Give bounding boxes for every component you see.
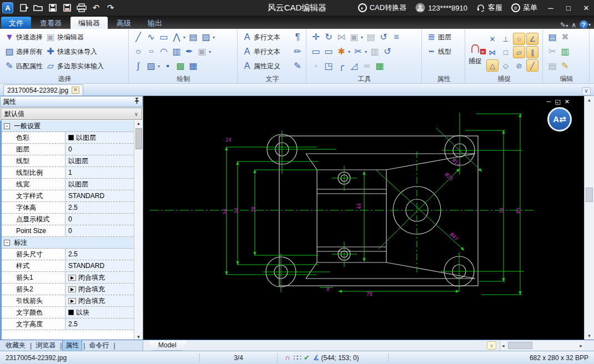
scale-button[interactable]: ◳ bbox=[323, 62, 335, 70]
property-value[interactable]: 以块 bbox=[66, 307, 134, 318]
snap-x-icon[interactable]: ✕ bbox=[486, 33, 499, 45]
scroll-left-icon[interactable]: ◂ bbox=[502, 343, 505, 348]
property-row[interactable]: 线型以图层 bbox=[2, 155, 134, 167]
property-row[interactable]: 点显示模式0 bbox=[2, 214, 134, 225]
fillet-button[interactable]: ╭ bbox=[335, 62, 348, 70]
snap-parallel-icon[interactable]: ∥ bbox=[526, 46, 538, 58]
dropdown-arrow-icon[interactable]: ▾ bbox=[183, 35, 185, 40]
snap-nearest-icon[interactable]: ╱ bbox=[526, 59, 538, 72]
line-button[interactable]: ╱ bbox=[132, 33, 144, 42]
snap-square-icon[interactable]: □ bbox=[500, 46, 512, 58]
property-row[interactable]: 文字样式STANDARD bbox=[2, 190, 134, 202]
property-value[interactable]: 0 bbox=[66, 144, 134, 155]
move-button[interactable]: ✛ bbox=[310, 33, 322, 42]
group-button[interactable]: ∞ bbox=[361, 62, 373, 70]
pen-button[interactable]: ✒ bbox=[183, 47, 195, 56]
copy-stack-button[interactable]: ▤ bbox=[365, 33, 377, 42]
snap-intersection-icon[interactable]: ⋈ bbox=[486, 46, 499, 58]
redo-button[interactable]: ↷ bbox=[103, 2, 118, 14]
offset-button[interactable]: ≡ bbox=[390, 33, 402, 42]
duplicate-button[interactable]: ▣▾ bbox=[196, 47, 212, 56]
menu-button[interactable]: ≡ 菜单 bbox=[508, 3, 541, 13]
account-button[interactable]: 123****8910 bbox=[412, 3, 471, 13]
snap-tangent-icon[interactable]: ⊘ bbox=[513, 59, 525, 72]
grid-status-icon[interactable]: ∷∷ bbox=[293, 353, 300, 362]
scale-small-button[interactable]: ▫ bbox=[310, 62, 322, 70]
property-section[interactable]: −一般设置 bbox=[2, 120, 134, 132]
collapse-commandline-button[interactable]: ∨ bbox=[487, 341, 496, 350]
property-row[interactable]: 图层0 bbox=[2, 144, 134, 155]
menu-tab-高级[interactable]: 高级 bbox=[109, 17, 139, 29]
snap-perpendicular-icon[interactable]: ⊥ bbox=[500, 33, 512, 45]
copy-button[interactable]: ▥ bbox=[369, 47, 381, 56]
property-value[interactable]: STANDARD bbox=[66, 190, 134, 201]
menu-tab-输出[interactable]: 输出 bbox=[140, 17, 170, 29]
tab-list-chevron[interactable]: ∨ bbox=[582, 87, 591, 95]
scroll-right-icon[interactable]: ▸ bbox=[580, 343, 582, 348]
menu-tab-编辑器[interactable]: 编辑器 bbox=[71, 17, 108, 29]
property-row[interactable]: 箭头尺寸2.5 bbox=[2, 249, 134, 260]
dropdown-arrow-icon[interactable]: ▾ bbox=[158, 64, 160, 69]
table-button[interactable]: ▦ bbox=[187, 62, 199, 70]
spline-button[interactable]: ∫ bbox=[132, 62, 144, 70]
preset-dropdown[interactable]: 默认值 ∨ bbox=[1, 108, 142, 120]
snap-center-icon[interactable]: ○ bbox=[513, 33, 525, 45]
customer-service-button[interactable]: 客服 bbox=[473, 3, 506, 13]
pin-icon[interactable] bbox=[134, 98, 140, 106]
dropdown-arrow-icon[interactable]: ▾ bbox=[209, 49, 211, 54]
property-row[interactable]: 线型比例1 bbox=[2, 167, 134, 179]
scrollbar-thumb[interactable] bbox=[586, 188, 593, 202]
property-row[interactable]: 样式STANDARD bbox=[2, 260, 134, 272]
snap-angle-icon[interactable]: ∠ bbox=[526, 33, 538, 45]
copy-time-button[interactable]: ↺ bbox=[377, 33, 390, 42]
insert-block-button[interactable]: ▤ bbox=[187, 33, 199, 42]
snap-polygon-icon[interactable]: ▱ bbox=[513, 46, 525, 58]
delete-button[interactable]: ✖ bbox=[559, 33, 571, 42]
app-icon[interactable]: A bbox=[2, 2, 13, 13]
property-value[interactable]: 0 bbox=[66, 214, 134, 225]
scroll-down-icon[interactable]: ▾ bbox=[588, 333, 591, 338]
property-row[interactable]: 箭头1▶闭合填充 bbox=[2, 272, 134, 284]
hatch-button[interactable]: ▨▾ bbox=[145, 62, 161, 70]
property-row[interactable]: 箭头2▶闭合填充 bbox=[2, 284, 134, 295]
box-b-button[interactable]: ▭ bbox=[323, 47, 335, 56]
canvas-minimize-icon[interactable]: ─ bbox=[547, 98, 551, 105]
osnap-status-icon[interactable]: ✔ bbox=[304, 353, 310, 362]
rotate-button[interactable]: ↻ bbox=[323, 33, 335, 42]
paste-special-button[interactable]: ▥ bbox=[559, 47, 571, 56]
box-a-button[interactable]: ▭ bbox=[310, 47, 322, 56]
panel-tab-属性[interactable]: 属性 bbox=[62, 340, 82, 351]
sketch-button[interactable]: ∿ bbox=[145, 33, 157, 42]
viewport-button[interactable]: ▣▾ bbox=[348, 33, 364, 42]
rectangle-button[interactable]: ▭ bbox=[158, 33, 170, 42]
property-value[interactable]: 2.5 bbox=[66, 249, 134, 260]
snap-toggle-button[interactable]: ∩✕捕捉 bbox=[469, 39, 482, 66]
snap-triangle-icon[interactable]: △ bbox=[486, 59, 499, 72]
property-value[interactable]: 2.5 bbox=[66, 318, 134, 330]
property-value[interactable]: ▶闭合填充 bbox=[66, 284, 134, 295]
dropdown-arrow-icon[interactable]: ▾ bbox=[348, 49, 350, 54]
ellipse-button[interactable]: ○ bbox=[145, 47, 157, 56]
canvas-close-icon[interactable]: ✕ bbox=[565, 98, 570, 105]
dropdown-arrow-icon[interactable]: ▾ bbox=[213, 35, 215, 40]
text-block-button[interactable]: ▥ bbox=[170, 47, 183, 56]
trim-button[interactable]: ✂▾ bbox=[352, 47, 368, 56]
drawing-canvas[interactable]: 34242024447485Ø25Ø47Ø13870 ─ ◱ ✕ A⇄ bbox=[143, 96, 584, 340]
cut-button[interactable]: ✂ bbox=[546, 47, 558, 56]
text-edit-button[interactable]: ✏ bbox=[291, 47, 304, 56]
snap-quadrant-icon[interactable]: ◇ bbox=[500, 59, 512, 72]
annotate-button[interactable]: ✎▾ bbox=[560, 21, 568, 29]
property-value[interactable]: ▶闭合填充 bbox=[66, 272, 134, 283]
attribute-define-button[interactable]: A属性定义 bbox=[241, 62, 281, 71]
property-value[interactable]: 2.5 bbox=[66, 202, 134, 213]
mirror-button[interactable]: ⋈ bbox=[335, 33, 348, 42]
close-button[interactable]: ✕ bbox=[578, 1, 594, 14]
single-text-button[interactable]: A单行文本 bbox=[241, 47, 281, 57]
close-tab-icon[interactable]: ✕ bbox=[72, 87, 79, 94]
match-properties-button[interactable]: ✎匹配属性 bbox=[3, 62, 44, 71]
polyline-button[interactable]: ⋀▾ bbox=[170, 33, 187, 42]
collapse-icon[interactable]: − bbox=[4, 123, 10, 129]
property-value[interactable]: 以图层 bbox=[66, 132, 134, 143]
boundary-button[interactable]: ▨▾ bbox=[200, 33, 216, 42]
property-section[interactable]: −标注 bbox=[2, 237, 134, 249]
